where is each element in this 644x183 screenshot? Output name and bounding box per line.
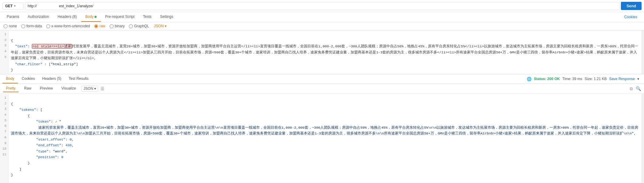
method-select[interactable]: GET ▾ [2, 2, 24, 10]
nav-tabs: Params Authorization Headers (8) Body Pr… [0, 12, 644, 22]
resp-line5: "start_offset": 0, [11, 137, 74, 141]
request-scrollbar[interactable] [642, 30, 644, 74]
url-input[interactable] [25, 2, 620, 10]
tab-prerequest[interactable]: Pre-request Script [101, 12, 139, 22]
highlighted-code: <ol style=><li>述家 [32, 44, 72, 49]
tab-tests[interactable]: Tests [139, 12, 156, 22]
resp-line2: "tokens": [ [11, 108, 43, 112]
resp-tab-raw[interactable]: Raw [21, 85, 34, 92]
resp-json-label: JSON [84, 86, 93, 91]
resp-line8: "position": 0 [11, 155, 63, 159]
radio-binary[interactable]: binary [110, 24, 125, 28]
resp-tab-pretty[interactable]: Pretty [3, 85, 19, 92]
json-format-select[interactable]: JSON ▾ [154, 24, 166, 28]
response-area: Pretty Raw Preview Visualize JSON ▾ ☰ ⧉ … [0, 84, 644, 183]
req-line1: { [11, 39, 13, 42]
radio-urlencoded[interactable]: x-www-form-urlencoded [46, 24, 90, 28]
bottom-tab-headers[interactable]: Headers (5) [39, 74, 65, 83]
resp-json-dropdown[interactable]: JSON ▾ [81, 86, 98, 92]
url-bar: GET ▾ Send [0, 0, 644, 12]
resp-line7: "type": "word", [11, 149, 67, 153]
bottom-tab-cookies[interactable]: Cookies [18, 74, 38, 83]
radio-formdata[interactable]: form-data [21, 24, 42, 28]
send-button[interactable]: Send [621, 2, 642, 10]
resp-line9: } [11, 161, 30, 165]
resp-line11: } [11, 173, 13, 177]
tab-headers[interactable]: Headers (8) [53, 12, 81, 22]
req-line4: } [11, 68, 13, 72]
search-icon[interactable]: 🔍 [636, 86, 641, 91]
chevron-down-icon: ▾ [14, 4, 15, 8]
json-chevron-icon: ▾ [165, 24, 166, 28]
request-line-numbers: 1 2 3 4 5 [0, 30, 9, 74]
resp-json-chevron-icon: ▾ [94, 86, 96, 91]
response-code-area[interactable]: { "tokens": [ { "token": ↗ " 途家托管发展早，覆盖主… [9, 94, 642, 183]
req-line2: "text": <ol style=><li>述家托管发展早，覆盖主流城市，直营… [11, 44, 638, 60]
body-active-dot [94, 16, 97, 18]
resp-line6: "end_offset": 436, [11, 143, 74, 147]
cookies-link[interactable]: Cookies [620, 12, 642, 22]
status-time: Time: 39 ms [562, 77, 582, 81]
tab-authorization[interactable]: Authorization [23, 12, 53, 22]
radio-graphql[interactable]: GraphQL [129, 24, 149, 28]
response-toolbar: Pretty Raw Preview Visualize JSON ▾ ☰ ⧉ … [0, 84, 644, 94]
request-code-area[interactable]: { "text": <ol style=><li>述家托管发展早，覆盖主流城市，… [9, 30, 642, 74]
resp-tab-preview[interactable]: Preview [37, 85, 56, 92]
tab-params[interactable]: Params [2, 12, 23, 22]
resp-line10: ] [11, 167, 22, 171]
bottom-tab-testresults[interactable]: Test Results [65, 74, 92, 83]
tab-settings[interactable]: Settings [156, 12, 177, 22]
radio-raw[interactable]: raw [94, 24, 105, 28]
status-text: Status: 200 OK [534, 77, 560, 81]
body-type-bar: none form-data x-www-form-urlencoded raw… [0, 22, 644, 30]
resp-line3: { [11, 114, 30, 118]
resp-line1: { [11, 102, 13, 106]
request-editor: 1 2 3 4 5 { "text": <ol style=><li>述家托管发… [0, 30, 644, 74]
req-line3: "char_filter" : ["html_strip"] [11, 62, 78, 66]
response-line-numbers: 1 2 3 4 5 6 7 8 9 10 11 [0, 94, 9, 183]
tab-body[interactable]: Body [81, 12, 101, 22]
filter-icon[interactable]: ☰ [101, 86, 104, 91]
resp-line4: "token": ↗ " 途家托管发展早，覆盖主流城市，直营20+城市，加盟30… [11, 120, 638, 135]
resp-tab-visualize[interactable]: Visualize [58, 85, 79, 92]
status-bar: 🌐 Status: 200 OK Time: 39 ms Size: 1.21 … [527, 77, 642, 81]
bottom-tabs-bar: Body Cookies Headers (5) Test Results 🌐 … [0, 74, 644, 84]
save-response-chevron-icon[interactable]: ▾ [637, 77, 639, 81]
copy-icon[interactable]: ⧉ [630, 86, 633, 91]
resp-toolbar-right: ⧉ 🔍 [630, 86, 641, 91]
status-size: Size: 1.21 KB [585, 77, 607, 81]
response-scrollbar[interactable] [642, 94, 644, 183]
method-label: GET [5, 4, 13, 8]
save-response-btn[interactable]: Save Response [609, 77, 635, 81]
json-label: JSON [154, 24, 164, 28]
globe-icon: 🌐 [527, 77, 532, 81]
radio-none[interactable]: none [4, 24, 17, 28]
radio-group: none form-data x-www-form-urlencoded raw… [4, 24, 149, 28]
response-body: 1 2 3 4 5 6 7 8 9 10 11 { "tokens": [ { … [0, 94, 644, 183]
bottom-tab-body[interactable]: Body [2, 74, 18, 83]
